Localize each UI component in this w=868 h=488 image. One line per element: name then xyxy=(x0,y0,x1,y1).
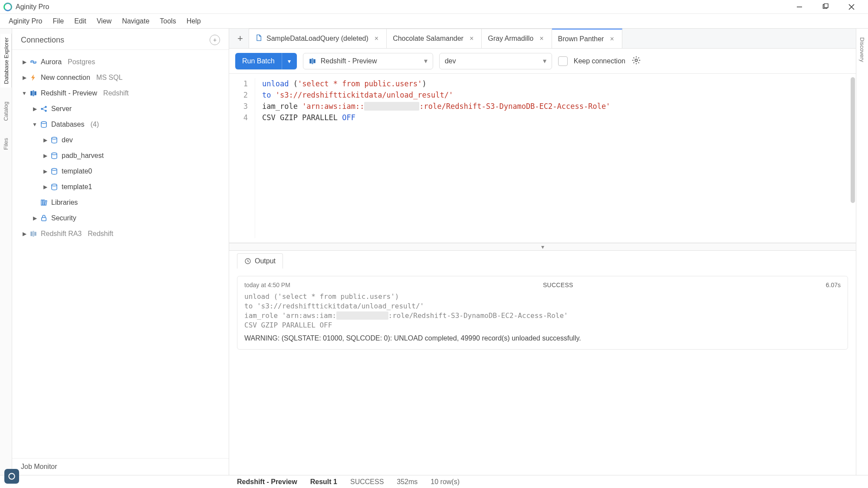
chevron-right-icon[interactable]: ▶ xyxy=(31,215,38,221)
status-bar: Redshift - Preview Result 1 SUCCESS 352m… xyxy=(0,475,868,488)
chevron-right-icon[interactable]: ▶ xyxy=(42,168,49,174)
tree-label: padb_harvest xyxy=(60,152,104,160)
maximize-button[interactable] xyxy=(812,0,838,14)
output-warning: WARNING: (SQLSTATE: 01000, SQLCODE: 0): … xyxy=(244,334,841,342)
rail-files[interactable]: Files xyxy=(1,134,11,153)
chevron-down-icon: ▾ xyxy=(424,57,427,65)
connection-tree: ▶ Aurora Postgres ▶ New connection MS SQ… xyxy=(12,50,229,458)
code-body[interactable]: unload ('select * from public.users')to … xyxy=(255,78,610,238)
tree-item-security[interactable]: ▶ Security xyxy=(12,210,229,226)
tree-item-aurora[interactable]: ▶ Aurora Postgres xyxy=(12,54,229,70)
database-value: dev xyxy=(445,57,456,65)
tab-close-button[interactable]: × xyxy=(468,34,475,43)
chevron-right-icon[interactable]: ▶ xyxy=(42,153,49,159)
tree-item-redshift[interactable]: ▼ Redshift - Preview Redshift xyxy=(12,85,229,101)
line-gutter: 1234 xyxy=(229,78,255,238)
svg-point-10 xyxy=(52,153,57,155)
menubar: Aginity Pro File Edit View Navigate Tool… xyxy=(0,14,868,29)
chevron-right-icon[interactable]: ▶ xyxy=(21,231,28,237)
rail-catalog[interactable]: Catalog xyxy=(1,98,11,124)
keep-connection-label: Keep connection xyxy=(574,57,625,65)
tree-item-dev[interactable]: ▶ dev xyxy=(12,132,229,148)
tree-label: New connection xyxy=(39,74,90,82)
query-toolbar: Run Batch ▾ Redshift - Preview ▾ dev ▾ K… xyxy=(229,49,856,74)
tree-count: (4) xyxy=(85,121,99,128)
sidebar-title: Connections xyxy=(21,36,210,45)
svg-point-7 xyxy=(45,110,47,112)
app-logo-icon xyxy=(3,3,12,11)
tree-label: dev xyxy=(60,136,73,144)
tab-close-button[interactable]: × xyxy=(608,34,615,44)
tab-label: SampleDataLoadQuery (deleted) xyxy=(266,35,368,43)
close-button[interactable] xyxy=(838,0,865,14)
rail-discovery[interactable]: Discovery xyxy=(857,34,867,66)
output-timestamp: today at 4:50 PM xyxy=(244,282,290,288)
svg-rect-14 xyxy=(43,200,45,205)
tab-sampledata[interactable]: SampleDataLoadQuery (deleted) × xyxy=(249,29,387,48)
tab-close-button[interactable]: × xyxy=(538,34,545,43)
svg-point-9 xyxy=(52,137,57,139)
svg-rect-22 xyxy=(313,59,316,63)
scrollbar-thumb[interactable] xyxy=(851,77,855,203)
taskbar-app-icon[interactable] xyxy=(4,469,19,484)
tree-label: Redshift - Preview xyxy=(39,89,97,97)
menu-aginity[interactable]: Aginity Pro xyxy=(3,16,47,27)
connection-select[interactable]: Redshift - Preview ▾ xyxy=(303,53,433,69)
tree-label: Libraries xyxy=(49,199,78,206)
chevron-down-icon[interactable]: ▼ xyxy=(31,121,38,128)
chevron-down-icon[interactable]: ▼ xyxy=(21,90,28,96)
database-select[interactable]: dev ▾ xyxy=(439,53,552,69)
svg-rect-19 xyxy=(34,232,36,236)
tab-close-button[interactable]: × xyxy=(373,34,380,43)
app-title: Aginity Pro xyxy=(16,3,49,11)
tab-gray[interactable]: Gray Armadillo × xyxy=(482,29,552,48)
svg-rect-15 xyxy=(45,200,47,205)
menu-navigate[interactable]: Navigate xyxy=(117,16,155,27)
minimize-button[interactable] xyxy=(786,0,812,14)
tab-label: Chocolate Salamander xyxy=(393,35,464,43)
menu-edit[interactable]: Edit xyxy=(69,16,92,27)
tree-label: template0 xyxy=(60,167,92,175)
code-editor[interactable]: 1234 unload ('select * from public.users… xyxy=(229,74,856,243)
tree-label: Redshift RA3 xyxy=(39,230,82,238)
tab-chocolate[interactable]: Chocolate Salamander × xyxy=(387,29,482,48)
svg-point-8 xyxy=(41,121,46,124)
pane-splitter[interactable]: ▾ xyxy=(229,243,856,251)
job-monitor-link[interactable]: Job Monitor xyxy=(12,458,229,475)
tree-item-tmpl0[interactable]: ▶ template0 xyxy=(12,164,229,179)
tree-type: MS SQL xyxy=(90,74,122,82)
chevron-right-icon[interactable]: ▶ xyxy=(21,75,28,81)
chevron-right-icon[interactable]: ▶ xyxy=(42,184,49,190)
add-connection-button[interactable]: + xyxy=(210,35,220,45)
tree-item-tmpl1[interactable]: ▶ template1 xyxy=(12,179,229,195)
rail-database-explorer[interactable]: Database Explorer xyxy=(0,34,12,88)
run-button-group: Run Batch ▾ xyxy=(235,53,297,69)
svg-point-5 xyxy=(41,108,43,110)
menu-file[interactable]: File xyxy=(47,16,69,27)
keep-connection-checkbox[interactable] xyxy=(558,56,568,66)
menu-tools[interactable]: Tools xyxy=(155,16,181,27)
chevron-right-icon[interactable]: ▶ xyxy=(31,106,38,112)
svg-point-23 xyxy=(635,59,638,62)
chevron-right-icon[interactable]: ▶ xyxy=(21,59,28,65)
tree-item-newconn[interactable]: ▶ New connection MS SQL xyxy=(12,70,229,85)
tree-item-databases[interactable]: ▼ Databases (4) xyxy=(12,117,229,132)
settings-button[interactable] xyxy=(631,56,641,66)
database-icon xyxy=(50,167,58,175)
tree-item-libraries[interactable]: Libraries xyxy=(12,195,229,210)
chevron-right-icon[interactable]: ▶ xyxy=(42,137,49,143)
menu-help[interactable]: Help xyxy=(181,16,206,27)
run-button[interactable]: Run Batch xyxy=(235,53,282,69)
output-tab[interactable]: Output xyxy=(237,253,283,269)
tree-item-ra3[interactable]: ▶ Redshift RA3 Redshift xyxy=(12,226,229,242)
menu-view[interactable]: View xyxy=(92,16,117,27)
tab-brown[interactable]: Brown Panther × xyxy=(552,29,622,48)
svg-rect-16 xyxy=(42,218,46,221)
redshift-icon xyxy=(309,57,316,65)
database-icon xyxy=(50,183,58,191)
tree-item-server[interactable]: ▶ Server xyxy=(12,101,229,117)
tree-item-padb[interactable]: ▶ padb_harvest xyxy=(12,148,229,164)
new-tab-button[interactable]: + xyxy=(232,29,249,48)
run-dropdown-button[interactable]: ▾ xyxy=(282,53,297,69)
svg-point-6 xyxy=(45,106,47,108)
